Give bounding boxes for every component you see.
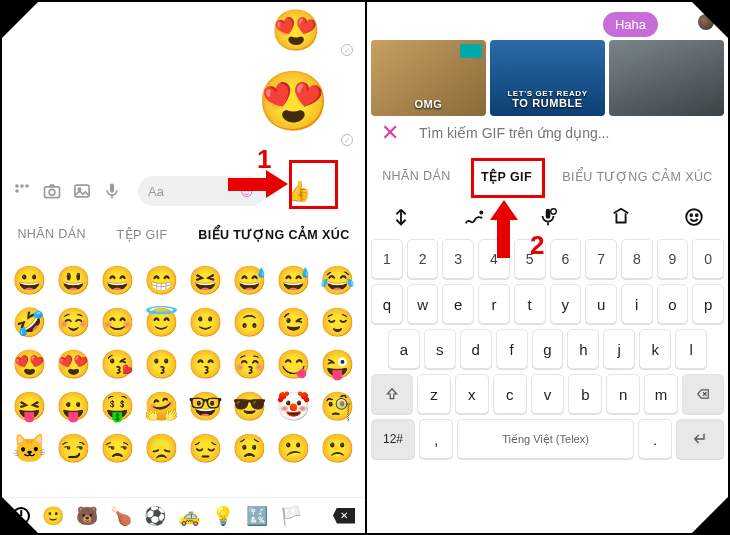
shift-key[interactable]	[371, 374, 413, 414]
emoji-cell[interactable]: 😍	[52, 344, 96, 386]
emoji-cell[interactable]: 😞	[140, 428, 184, 470]
clipboard-icon[interactable]	[609, 205, 633, 229]
emoji-cell[interactable]: 😅	[227, 260, 271, 302]
key-y[interactable]: y	[550, 284, 582, 324]
key-l[interactable]: l	[675, 329, 707, 369]
emoji-cell[interactable]: 😁	[140, 260, 184, 302]
backspace-icon[interactable]: ✕	[333, 508, 355, 524]
emoji-cell[interactable]: 🙁	[315, 428, 359, 470]
key-a[interactable]: a	[388, 329, 420, 369]
emoji-cell[interactable]: 😝	[8, 386, 52, 428]
key-9[interactable]: 9	[657, 239, 689, 279]
symbols-key[interactable]: 12#	[371, 419, 415, 459]
expand-icon[interactable]	[389, 205, 413, 229]
emoji-cell[interactable]: ☺️	[52, 302, 96, 344]
key-d[interactable]: d	[460, 329, 492, 369]
emoji-cell[interactable]: 😂	[315, 260, 359, 302]
emoji-cell[interactable]: 😉	[271, 302, 315, 344]
key-j[interactable]: j	[603, 329, 635, 369]
tab-stickers[interactable]: NHÃN DÁN	[9, 223, 93, 245]
emoji-cell[interactable]: 😋	[271, 344, 315, 386]
emoji-cell[interactable]: 😎	[227, 386, 271, 428]
key-2[interactable]: 2	[407, 239, 439, 279]
key-7[interactable]: 7	[585, 239, 617, 279]
emoji-cell[interactable]: 😟	[227, 428, 271, 470]
emoji-cell[interactable]: 🐱	[8, 428, 52, 470]
key-g[interactable]: g	[532, 329, 564, 369]
tab-emoji[interactable]: BIỂU TƯỢNG CẢM XÚC	[190, 223, 357, 246]
emoji-category[interactable]: 💡	[212, 506, 234, 526]
close-icon[interactable]: ✕	[377, 120, 399, 146]
key-8[interactable]: 8	[621, 239, 653, 279]
key-f[interactable]: f	[496, 329, 528, 369]
key-0[interactable]: 0	[692, 239, 724, 279]
emoji-cell[interactable]: 🤗	[140, 386, 184, 428]
key-v[interactable]: v	[531, 374, 565, 414]
handwrite-icon[interactable]	[462, 205, 486, 229]
emoji-cell[interactable]: 🤣	[8, 302, 52, 344]
key-u[interactable]: u	[585, 284, 617, 324]
emoji-icon[interactable]	[682, 205, 706, 229]
key-s[interactable]: s	[424, 329, 456, 369]
key-e[interactable]: e	[442, 284, 474, 324]
mic-icon[interactable]	[102, 181, 122, 201]
key-o[interactable]: o	[657, 284, 689, 324]
emoji-category[interactable]: 🐻	[76, 506, 98, 526]
enter-key[interactable]	[676, 419, 724, 459]
backspace-key[interactable]	[682, 374, 724, 414]
gif-search-input[interactable]	[409, 125, 718, 141]
emoji-cell[interactable]: 😅	[271, 260, 315, 302]
key-q[interactable]: q	[371, 284, 403, 324]
emoji-cell[interactable]: 😙	[184, 344, 228, 386]
tab-gif[interactable]: TỆP GIF	[109, 223, 176, 246]
emoji-cell[interactable]: 😛	[52, 386, 96, 428]
gif-thumb[interactable]: LET'S GET READYTO RUMBLE	[490, 40, 605, 116]
emoji-cell[interactable]: 😗	[140, 344, 184, 386]
period-key[interactable]: .	[638, 419, 672, 459]
emoji-cell[interactable]: 😃	[52, 260, 96, 302]
emoji-cell[interactable]: 🙃	[227, 302, 271, 344]
key-1[interactable]: 1	[371, 239, 403, 279]
tab-stickers[interactable]: NHÃN DÁN	[374, 165, 458, 187]
emoji-category[interactable]: 🏳️	[280, 506, 302, 526]
gif-thumb[interactable]: OMG	[371, 40, 486, 116]
key-k[interactable]: k	[639, 329, 671, 369]
key-m[interactable]: m	[644, 374, 678, 414]
emoji-cell[interactable]: 😊	[96, 302, 140, 344]
emoji-category[interactable]: 🚕	[178, 506, 200, 526]
comma-key[interactable]: ,	[419, 419, 453, 459]
emoji-cell[interactable]: 😌	[315, 302, 359, 344]
tab-emoji[interactable]: BIỂU TƯỢNG CẢM XÚC	[554, 165, 720, 188]
emoji-cell[interactable]: 🙂	[184, 302, 228, 344]
key-w[interactable]: w	[407, 284, 439, 324]
key-p[interactable]: p	[692, 284, 724, 324]
emoji-cell[interactable]: 😜	[315, 344, 359, 386]
emoji-cell[interactable]: 😀	[8, 260, 52, 302]
emoji-cell[interactable]: 😍	[8, 344, 52, 386]
emoji-cell[interactable]: 🤡	[271, 386, 315, 428]
key-n[interactable]: n	[606, 374, 640, 414]
key-z[interactable]: z	[417, 374, 451, 414]
apps-icon[interactable]	[12, 181, 32, 201]
emoji-cell[interactable]: 😇	[140, 302, 184, 344]
emoji-cell[interactable]: 😒	[96, 428, 140, 470]
key-b[interactable]: b	[568, 374, 602, 414]
key-t[interactable]: t	[514, 284, 546, 324]
key-r[interactable]: r	[478, 284, 510, 324]
key-i[interactable]: i	[621, 284, 653, 324]
voice-input-icon[interactable]	[536, 205, 560, 229]
emoji-category[interactable]: 🍗	[110, 506, 132, 526]
emoji-category[interactable]: 🙂	[42, 506, 64, 526]
key-3[interactable]: 3	[442, 239, 474, 279]
gif-thumb[interactable]	[609, 40, 724, 116]
emoji-cell[interactable]: 🧐	[315, 386, 359, 428]
key-c[interactable]: c	[493, 374, 527, 414]
emoji-cell[interactable]: 🤑	[96, 386, 140, 428]
emoji-cell[interactable]: 😔	[184, 428, 228, 470]
emoji-cell[interactable]: 😄	[96, 260, 140, 302]
camera-icon[interactable]	[42, 181, 62, 201]
emoji-cell[interactable]: 😚	[227, 344, 271, 386]
emoji-cell[interactable]: 😕	[271, 428, 315, 470]
emoji-cell[interactable]: 😆	[184, 260, 228, 302]
emoji-category[interactable]: ⚽	[144, 506, 166, 526]
